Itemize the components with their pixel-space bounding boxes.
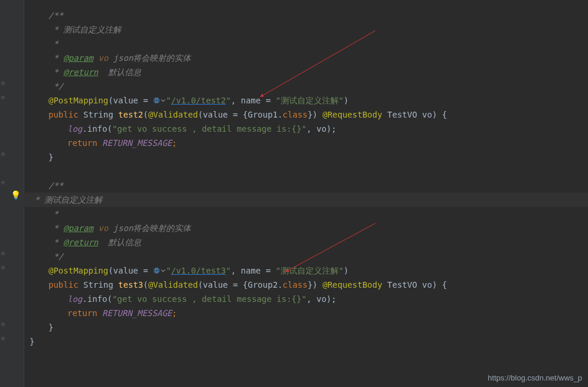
fold-marker-icon[interactable]: ⊖	[1, 265, 5, 271]
fold-marker-icon[interactable]: ⊖	[1, 80, 5, 86]
fold-marker-icon[interactable]: ⊖	[1, 180, 5, 186]
fold-marker-icon[interactable]: ⊖	[1, 251, 5, 256]
postmapping-line: @PostMapping(value = "/v1.0/test3", name…	[30, 264, 588, 278]
method-close-brace: }	[30, 150, 588, 164]
doc-open: /**	[30, 178, 588, 193]
return-line: return RETURN_MESSAGE;	[30, 136, 588, 150]
doc-blank: *	[30, 37, 588, 51]
method-close-brace: }	[30, 320, 588, 334]
method-signature: public String test3(@Validated(value = {…	[30, 278, 588, 292]
method-signature: public String test2(@Validated(value = {…	[30, 108, 588, 122]
postmapping-line: @PostMapping(value = "/v1.0/test2", name…	[30, 93, 588, 108]
web-icon	[153, 97, 160, 104]
fold-marker-icon[interactable]: ⊖	[1, 336, 5, 342]
code-editor[interactable]: /** * 测试自定义注解 * * @param vo json将会映射的实体 …	[24, 0, 588, 349]
doc-close: */	[30, 79, 588, 93]
web-icon	[153, 267, 160, 274]
class-close-brace: }	[30, 334, 588, 349]
doc-open: /**	[30, 8, 588, 22]
editor-gutter: ⊖ ⊖ ⊖ ⊖ 💡 ⊖ ⊖ ⊖ ⊖	[0, 0, 24, 387]
log-line: log.info("get vo success , detail messag…	[30, 122, 588, 136]
watermark-text: https://blog.csdn.net/wws_p	[488, 373, 582, 382]
doc-return-line: * @return 默认信息	[30, 235, 588, 249]
doc-blank: *	[30, 207, 588, 221]
fold-marker-icon[interactable]: ⊖	[1, 321, 5, 327]
doc-desc: * 测试自定义注解	[30, 22, 588, 37]
fold-marker-icon[interactable]: ⊖	[1, 95, 5, 100]
return-line: return RETURN_MESSAGE;	[30, 306, 588, 320]
fold-marker-icon[interactable]: ⊖	[1, 151, 5, 157]
chevron-down-icon[interactable]	[160, 267, 166, 274]
doc-return-line: * @return 默认信息	[30, 65, 588, 79]
doc-param-line: * @param vo json将会映射的实体	[30, 221, 588, 235]
log-line: log.info("get vo success , detail messag…	[30, 292, 588, 306]
doc-close: */	[30, 249, 588, 264]
chevron-down-icon[interactable]	[160, 97, 166, 104]
intention-bulb-icon[interactable]: 💡	[11, 190, 18, 197]
doc-desc: * 测试自定义注解	[24, 193, 588, 207]
doc-param-line: * @param vo json将会映射的实体	[30, 51, 588, 65]
blank-line	[30, 164, 588, 178]
